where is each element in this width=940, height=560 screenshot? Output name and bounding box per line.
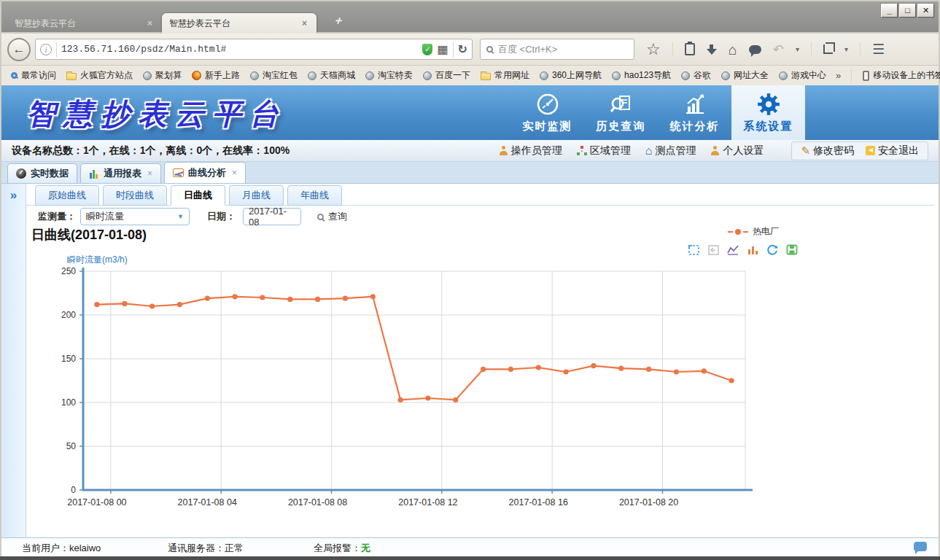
sitemap-icon (577, 146, 587, 155)
curve-tab[interactable]: 原始曲线 (35, 185, 99, 206)
new-tab-button[interactable]: + (324, 13, 353, 31)
bookmark-item[interactable]: 网址大全 (716, 69, 774, 82)
svg-text:2017-01-08 08: 2017-01-08 08 (288, 497, 347, 508)
point-management-link[interactable]: ⌂ 测点管理 (645, 144, 696, 158)
search-icon (486, 46, 493, 52)
svg-text:100: 100 (61, 397, 76, 408)
sidebar-expand-button[interactable]: » (1, 188, 26, 203)
app-footer: 当前用户：kelaiwo 通讯服务器：正常 全局报警：无 (1, 537, 939, 556)
tab-close-icon[interactable]: × (300, 18, 309, 28)
svg-text:200: 200 (61, 310, 76, 320)
reload-button[interactable]: ↻ (458, 42, 467, 56)
bookmark-label: 天猫商城 (320, 69, 355, 82)
curve-tab[interactable]: 年曲线 (287, 185, 342, 206)
zoom-box-icon[interactable] (687, 244, 700, 256)
qr-code-icon[interactable]: ▦ (437, 44, 448, 55)
minimize-button[interactable]: _ (881, 4, 898, 18)
close-button[interactable]: ✕ (917, 4, 934, 18)
main-content: » 原始曲线 时段曲线 日曲线 (1, 184, 939, 537)
bookmarks-bar: 最常访问 火狐官方站点 聚划算 新手上路 (0, 66, 940, 85)
globe-icon (681, 71, 690, 80)
svg-text:2017-01-08 04: 2017-01-08 04 (178, 497, 237, 508)
chart-legend[interactable]: 热电厂 (728, 225, 779, 238)
curve-tab[interactable]: 日曲线 (171, 185, 225, 206)
bookmark-item[interactable]: 淘宝红包 (245, 69, 303, 82)
logout-button[interactable]: 安全退出 (866, 144, 919, 158)
change-password-button[interactable]: ✎ 修改密码 (801, 144, 854, 158)
person-icon (710, 146, 720, 155)
star-icon[interactable]: ☆ (646, 42, 661, 58)
query-button[interactable]: 查询 (317, 210, 347, 223)
svg-text:150: 150 (61, 354, 76, 364)
nav-statistics[interactable]: 统计分析 (658, 85, 731, 140)
restore-icon[interactable] (766, 244, 779, 256)
messenger-icon[interactable] (749, 45, 761, 54)
main-nav: 实时监测 历史查询 (510, 85, 805, 140)
tab-close-icon[interactable]: × (145, 18, 155, 28)
chart-title: 日曲线(2017-01-08) (31, 226, 147, 244)
bookmark-label: 百度一下 (435, 69, 470, 82)
chart-toolbox (687, 244, 799, 256)
home-icon[interactable]: ⌂ (729, 42, 737, 57)
gauge-dark-icon (16, 168, 26, 179)
chat-bubble-icon[interactable] (914, 542, 927, 551)
bookmark-item[interactable]: 百度一下 (418, 69, 475, 82)
maximize-button[interactable]: □ (899, 4, 916, 18)
chevron-down-icon: ▼ (177, 213, 184, 220)
switch-line-chart-icon[interactable] (726, 244, 739, 256)
url-text[interactable]: 123.56.71.160/psdz/Main.html# (61, 44, 418, 55)
tab-curve-analysis[interactable]: 曲线分析 × (164, 162, 246, 183)
curve-tab[interactable]: 月曲线 (229, 185, 284, 206)
svg-text:0: 0 (71, 485, 76, 495)
curve-tab[interactable]: 时段曲线 (103, 185, 167, 206)
download-icon[interactable] (707, 44, 717, 55)
bookmark-item[interactable]: hao123导航 (607, 69, 676, 82)
tab-close-icon[interactable]: × (147, 168, 152, 179)
bookmark-item[interactable]: 聚划算 (138, 69, 187, 82)
bookmark-item[interactable]: 游戏中心 (774, 69, 831, 82)
undo-icon[interactable]: ↶ (773, 43, 784, 56)
bookmark-item[interactable]: 新手上路 (187, 69, 245, 82)
bookmarks-clipboard-icon[interactable] (685, 43, 695, 55)
person-icon (499, 146, 508, 155)
sidebar-collapsed-strip: » (1, 184, 26, 537)
mobile-bookmarks-item[interactable]: 移动设备上的书签 (858, 69, 940, 82)
bookmark-item[interactable]: 天猫商城 (303, 69, 360, 82)
dropdown-caret-icon[interactable]: ▾ (796, 45, 799, 53)
back-button[interactable]: ← (7, 38, 31, 61)
save-as-image-icon[interactable] (785, 244, 799, 256)
site-info-icon[interactable]: i (40, 44, 52, 55)
switch-bar-chart-icon[interactable] (746, 244, 759, 256)
tab-realtime-data[interactable]: 实时数据 (7, 163, 77, 183)
bookmark-item[interactable]: 常用网址 (475, 69, 535, 82)
nav-system-settings[interactable]: 系统设置 (731, 85, 805, 140)
line-chart-mini-icon (173, 168, 184, 177)
window-titlebar: 智慧抄表云平台 × 智慧抄表云平台 × + _ □ ✕ (0, 0, 940, 34)
tab-close-icon[interactable]: × (232, 168, 237, 178)
nav-history-query[interactable]: 历史查询 (584, 85, 658, 140)
bookmark-item[interactable]: 最常访问 (6, 69, 61, 82)
tab-general-report[interactable]: 通用报表 × (80, 163, 161, 183)
line-chart-canvas[interactable]: 0501001502002502017-01-08 002017-01-08 0… (31, 264, 764, 512)
bookmarks-overflow-button[interactable]: » (831, 70, 845, 81)
operator-management-link[interactable]: 操作员管理 (499, 144, 562, 158)
address-bar[interactable]: i 123.56.71.160/psdz/Main.html# ▦ ↻ (35, 39, 473, 60)
search-input[interactable]: 百度 <Ctrl+K> (480, 39, 634, 60)
screenshot-crop-icon[interactable] (823, 44, 833, 54)
bookmark-item[interactable]: 360上网导航 (535, 69, 607, 82)
browser-tab[interactable]: 智慧抄表云平台 × (162, 13, 316, 34)
bookmark-item[interactable]: 淘宝特卖 (360, 69, 418, 82)
security-shield-icon[interactable] (422, 44, 432, 55)
area-management-link[interactable]: 区域管理 (577, 144, 631, 158)
zoom-restore-icon[interactable] (707, 244, 720, 256)
personal-settings-link[interactable]: 个人设置 (710, 144, 764, 158)
dropdown-caret-icon[interactable]: ▾ (844, 45, 848, 53)
app-logo: 智慧抄表云平台 (26, 94, 287, 134)
monitor-select[interactable]: 瞬时流量 ▼ (80, 208, 190, 225)
bookmark-item[interactable]: 谷歌 (676, 69, 716, 82)
bookmark-item[interactable]: 火狐官方站点 (61, 69, 138, 82)
browser-tab[interactable]: 智慧抄表云平台 × (7, 13, 162, 34)
nav-realtime-monitor[interactable]: 实时监测 (510, 85, 584, 140)
date-input[interactable]: 2017-01-08 (243, 208, 301, 225)
hamburger-menu-icon[interactable]: ☰ (872, 42, 885, 56)
